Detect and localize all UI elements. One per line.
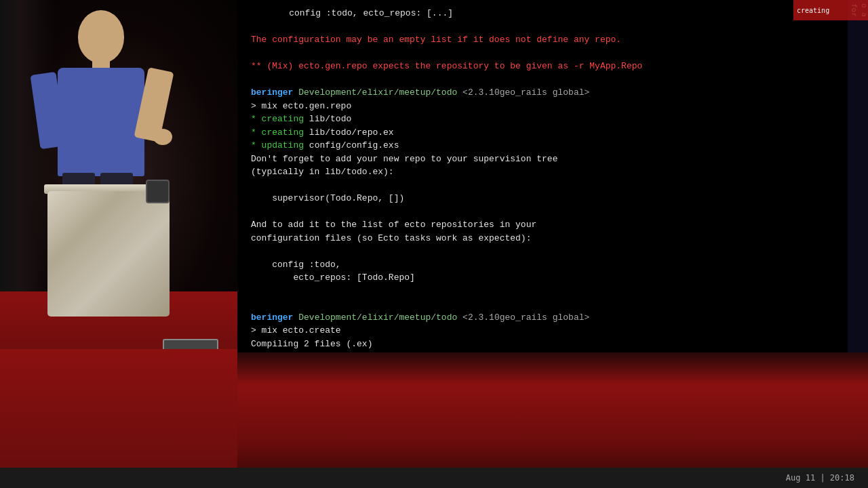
status-bar: Aug 11 | 20:18 xyxy=(0,468,868,488)
line-updating: * updating config/config.exs xyxy=(251,139,834,152)
presenter-video xyxy=(0,0,237,352)
stage-floor xyxy=(0,349,868,468)
status-bar-datetime: Aug 11 | 20:18 xyxy=(786,473,854,483)
line-warning-1: The configuration may be an empty list i… xyxy=(251,33,834,47)
recording-text: creating xyxy=(797,7,829,14)
right-panel: creatinglibttoo afor xyxy=(848,0,868,352)
line-blank-1 xyxy=(251,20,834,34)
terminal-window: config :todo, ecto_repos: [...] The conf… xyxy=(237,0,848,352)
terminal-content: config :todo, ecto_repos: [...] The conf… xyxy=(237,0,848,352)
prompt-2: beringer Development/elixir/meetup/todo … xyxy=(251,311,834,325)
line-and-to-add-2: configuration files (so Ecto tasks work … xyxy=(251,232,834,245)
line-blank-2 xyxy=(251,47,834,60)
cmd-gen-repo: > mix ecto.gen.repo xyxy=(251,100,834,113)
line-and-to-add-1: And to add it to the list of ecto reposi… xyxy=(251,218,834,232)
line-config-todo-2: ecto_repos: [Todo.Repo] xyxy=(251,271,834,285)
line-creating-2: * creating lib/todo/repo.ex xyxy=(251,126,834,140)
line-dont-forget: Don't forget to add your new repo to you… xyxy=(251,152,834,166)
line-creating-1: * creating lib/todo xyxy=(251,113,834,126)
line-blank-5 xyxy=(251,205,834,219)
laptop xyxy=(78,175,146,222)
line-blank-3 xyxy=(251,73,834,87)
cmd-ecto-create: > mix ecto.create xyxy=(251,324,834,338)
line-blank-7 xyxy=(251,285,834,298)
device-on-podium xyxy=(146,180,170,203)
recording-indicator: creating xyxy=(793,0,868,20)
line-config: config :todo, ecto_repos: [...] xyxy=(251,7,834,20)
prompt-1: beringer Development/elixir/meetup/todo … xyxy=(251,86,834,100)
line-compiling: Compiling 2 files (.ex) xyxy=(251,338,834,351)
line-generated: Generated todo app xyxy=(251,350,834,352)
line-blank-6 xyxy=(251,245,834,258)
line-blank-8 xyxy=(251,298,834,311)
line-typically: (typically in lib/todo.ex): xyxy=(251,165,834,179)
line-blank-4 xyxy=(251,179,834,192)
line-config-todo-1: config :todo, xyxy=(251,258,834,272)
line-supervisor: supervisor(Todo.Repo, []) xyxy=(251,192,834,205)
line-warning-2: ** (Mix) ecto.gen.repo expects the repos… xyxy=(251,60,834,73)
